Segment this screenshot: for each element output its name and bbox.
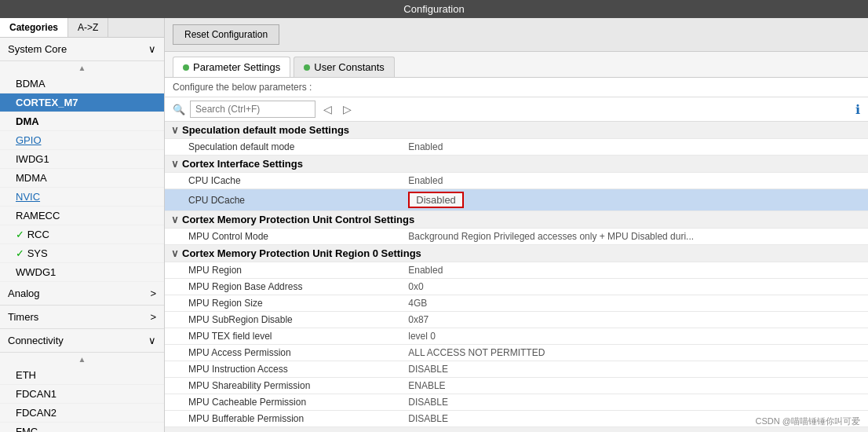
config-toolbar: Reset Configuration (165, 18, 868, 52)
param-cpu-icache: CPU ICache (165, 173, 402, 189)
sidebar-content: System Core ∨ ▲ BDMA CORTEX_M7 DMA GPIO … (0, 38, 164, 432)
group-system-core-header[interactable]: System Core ∨ (0, 38, 164, 61)
row-cpu-icache[interactable]: CPU ICache Enabled (165, 173, 868, 189)
tab-categories[interactable]: Categories (0, 18, 68, 37)
sidebar-item-ramecc[interactable]: RAMECC (0, 207, 164, 225)
row-mpu-instruction[interactable]: MPU Instruction Access DISABLE (165, 361, 868, 378)
section-mpu-control: ∨Cortex Memory Protection Unit Control S… (165, 211, 868, 229)
sidebar-item-cortex[interactable]: CORTEX_M7 (0, 93, 164, 112)
search-next-btn[interactable]: ▷ (340, 101, 355, 117)
group-analog: Analog > (0, 282, 164, 306)
sidebar: Categories A->Z System Core ∨ ▲ BDMA COR… (0, 18, 165, 432)
toggle-mpu-region0[interactable]: ∨ (171, 247, 179, 259)
sidebar-item-sys[interactable]: SYS (0, 244, 164, 263)
params-table: ∨Speculation default mode Settings Specu… (165, 122, 868, 432)
sidebar-item-dma[interactable]: DMA (0, 112, 164, 131)
toggle-mpu-control[interactable]: ∨ (171, 214, 179, 225)
sidebar-item-bdma[interactable]: BDMA (0, 75, 164, 93)
group-analog-header[interactable]: Analog > (0, 282, 164, 306)
section-speculation-label: Speculation default mode Settings (182, 124, 349, 136)
tabs-bar: Parameter Settings User Constants (165, 52, 868, 78)
config-hint: Configure the below parameters : (165, 78, 868, 97)
group-connectivity: Connectivity ∨ ▲ ETH FDCAN1 FDCAN2 FMC (0, 329, 164, 432)
row-mpu-access[interactable]: MPU Access Permission ALL ACCESS NOT PER… (165, 345, 868, 361)
tab-param-label: Parameter Settings (193, 61, 280, 73)
section-cortex-interface: ∨Cortex Interface Settings (165, 156, 868, 173)
connectivity-scroll-up[interactable]: ▲ (0, 353, 164, 366)
search-icon: 🔍 (173, 104, 185, 115)
top-bar-label: Configuration (403, 3, 464, 15)
group-system-core: System Core ∨ ▲ BDMA CORTEX_M7 DMA GPIO … (0, 38, 164, 282)
connectivity-label: Connectivity (8, 335, 64, 346)
group-timers-header[interactable]: Timers > (0, 306, 164, 329)
section-cortex-interface-label: Cortex Interface Settings (182, 158, 303, 170)
scroll-up-btn[interactable]: ▲ (0, 61, 164, 75)
value-cpu-icache: Enabled (402, 173, 868, 189)
row-speculation-mode[interactable]: Speculation default mode Enabled (165, 139, 868, 156)
right-panel: Reset Configuration Parameter Settings U… (165, 18, 868, 432)
sidebar-item-eth[interactable]: ETH (0, 366, 164, 385)
sidebar-item-nvic[interactable]: NVIC (0, 188, 164, 207)
row-mpu-control-mode[interactable]: MPU Control Mode Background Region Privi… (165, 229, 868, 245)
toggle-speculation[interactable]: ∨ (171, 124, 179, 136)
row-mpu-cacheable[interactable]: MPU Cacheable Permission DISABLE (165, 394, 868, 411)
sidebar-item-gpio[interactable]: GPIO (0, 131, 164, 150)
search-prev-btn[interactable]: ◁ (320, 101, 335, 117)
value-mpu-control-mode: Background Region Privileged accesses on… (402, 229, 868, 245)
group-timers: Timers > (0, 306, 164, 329)
value-box-disabled: Disabled (408, 192, 464, 208)
value-cpu-dcache: Disabled (402, 189, 868, 211)
row-mpu-region-size[interactable]: MPU Region Size 4GB (165, 295, 868, 312)
tab-parameter-settings[interactable]: Parameter Settings (173, 57, 290, 77)
param-speculation-mode: Speculation default mode (165, 139, 402, 156)
reset-button[interactable]: Reset Configuration (173, 24, 279, 45)
param-cpu-dcache: CPU DCache (165, 189, 402, 211)
tab-user-constants[interactable]: User Constants (294, 57, 395, 77)
search-input[interactable] (190, 101, 315, 118)
section-speculation: ∨Speculation default mode Settings (165, 122, 868, 139)
section-mpu-control-label: Cortex Memory Protection Unit Control Se… (182, 214, 414, 225)
tab-atoz[interactable]: A->Z (68, 18, 108, 37)
sidebar-item-fmc[interactable]: FMC (0, 423, 164, 432)
sidebar-item-wwdg1[interactable]: WWDG1 (0, 263, 164, 282)
sidebar-item-fdcan2[interactable]: FDCAN2 (0, 404, 164, 423)
watermark: CSDN @喵喵锤锤你叫可爱 (756, 416, 860, 427)
tab-user-label: User Constants (314, 61, 385, 73)
tab-dot-param (183, 64, 189, 71)
sidebar-item-rcc[interactable]: RCC (0, 225, 164, 244)
section-mpu-region0-label: Cortex Memory Protection Unit Region 0 S… (182, 247, 421, 259)
row-mpu-shareability[interactable]: MPU Shareability Permission ENABLE (165, 378, 868, 394)
row-mpu-region[interactable]: MPU Region Enabled (165, 262, 868, 279)
tab-dot-user (304, 64, 310, 71)
toggle-cortex-interface[interactable]: ∨ (171, 158, 179, 170)
top-bar: Configuration (0, 0, 868, 18)
sidebar-tabs: Categories A->Z (0, 18, 164, 38)
sidebar-item-mdma[interactable]: MDMA (0, 169, 164, 188)
row-mpu-subregion[interactable]: MPU SubRegion Disable 0x87 (165, 312, 868, 328)
section-mpu-region1: ∨Cortex Memory Protection Unit Region 1 … (165, 427, 868, 433)
row-mpu-base-addr[interactable]: MPU Region Base Address 0x0 (165, 279, 868, 295)
group-connectivity-header[interactable]: Connectivity ∨ (0, 329, 164, 353)
search-bar: 🔍 ◁ ▷ ℹ (165, 97, 868, 122)
row-cpu-dcache[interactable]: CPU DCache Disabled (165, 189, 868, 211)
info-icon[interactable]: ℹ (855, 102, 860, 117)
value-speculation-mode: Enabled (402, 139, 868, 156)
param-mpu-control-mode: MPU Control Mode (165, 229, 402, 245)
sidebar-item-fdcan1[interactable]: FDCAN1 (0, 385, 164, 404)
sidebar-item-iwdg1[interactable]: IWDG1 (0, 150, 164, 169)
main-area: Categories A->Z System Core ∨ ▲ BDMA COR… (0, 18, 868, 432)
section-mpu-region0: ∨Cortex Memory Protection Unit Region 0 … (165, 245, 868, 262)
row-mpu-tex[interactable]: MPU TEX field level level 0 (165, 328, 868, 345)
